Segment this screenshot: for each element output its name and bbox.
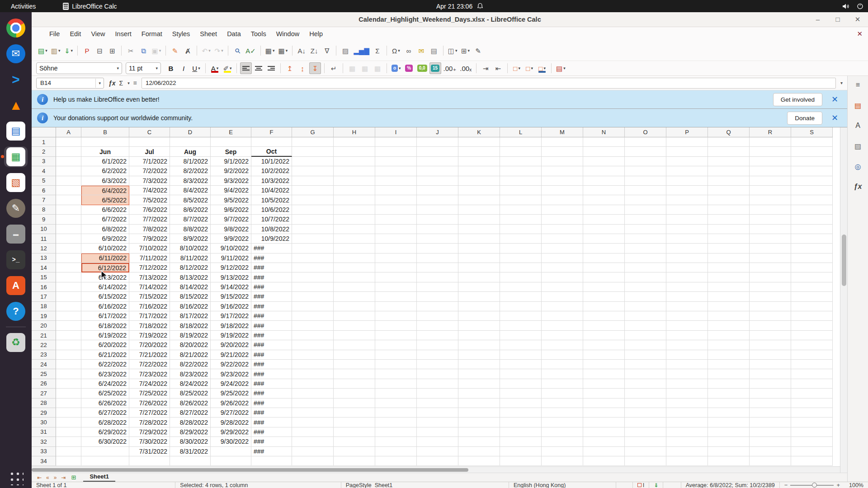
cell-C27[interactable]: 7/25/2022 — [129, 389, 170, 398]
cell-L1[interactable] — [500, 137, 542, 147]
cell-M32[interactable] — [542, 437, 583, 446]
cell-J7[interactable] — [417, 195, 458, 205]
cell-H10[interactable] — [334, 225, 375, 234]
cell-R10[interactable] — [750, 225, 791, 234]
cell-A33[interactable] — [56, 447, 81, 456]
menu-view[interactable]: View — [86, 28, 110, 39]
cell-O8[interactable] — [625, 205, 666, 215]
cell-C21[interactable]: 7/19/2022 — [129, 331, 170, 340]
cell-M5[interactable] — [542, 176, 583, 186]
cell-N14[interactable] — [583, 263, 625, 272]
cell-G16[interactable] — [292, 282, 334, 292]
cell-E29[interactable]: 9/27/2022 — [211, 408, 251, 418]
col-header-I[interactable]: I — [375, 127, 417, 137]
cell-Q13[interactable] — [708, 253, 750, 263]
cell-N6[interactable] — [583, 186, 625, 195]
cell-E10[interactable]: 9/8/2022 — [211, 225, 251, 234]
row-header-18[interactable]: 18 — [32, 302, 56, 311]
menu-sheet[interactable]: Sheet — [195, 28, 222, 39]
row-header-24[interactable]: 24 — [32, 360, 56, 369]
headers-footers-icon[interactable]: ▤ — [428, 45, 440, 56]
cell-I5[interactable] — [375, 176, 417, 186]
cell-Q1[interactable] — [708, 137, 750, 147]
cell-R8[interactable] — [750, 205, 791, 215]
cell-R9[interactable] — [750, 215, 791, 224]
border-color-icon[interactable]: □▾ — [536, 62, 548, 74]
cell-N2[interactable] — [583, 147, 625, 156]
cell-S34[interactable] — [791, 456, 833, 466]
menu-data[interactable]: Data — [222, 28, 246, 39]
cell-O20[interactable] — [625, 321, 666, 330]
cell-P11[interactable] — [666, 234, 708, 244]
cell-P6[interactable] — [666, 186, 708, 195]
cell-G7[interactable] — [292, 195, 334, 205]
bold-icon[interactable]: B — [165, 62, 177, 74]
cell-M21[interactable] — [542, 331, 583, 340]
cell-L9[interactable] — [500, 215, 542, 224]
cell-O19[interactable] — [625, 311, 666, 321]
cell-I34[interactable] — [375, 456, 417, 466]
row-header-27[interactable]: 27 — [32, 389, 56, 398]
cell-R4[interactable] — [750, 166, 791, 176]
cell-F1[interactable] — [251, 137, 292, 147]
cell-B1[interactable] — [81, 137, 129, 147]
next-sheet-icon[interactable]: » — [52, 474, 59, 481]
cell-Q16[interactable] — [708, 282, 750, 292]
cell-E12[interactable]: 9/10/2022 — [211, 244, 251, 253]
cell-K10[interactable] — [458, 225, 500, 234]
cell-C6[interactable]: 7/4/2022 — [129, 186, 170, 195]
format-number-icon[interactable]: 0,0 — [416, 62, 429, 74]
cell-F31[interactable]: ### — [251, 427, 292, 437]
cell-J19[interactable] — [417, 311, 458, 321]
zoom-level[interactable]: 100% — [844, 482, 868, 488]
cell-D3[interactable]: 8/1/2022 — [170, 157, 211, 166]
cell-G13[interactable] — [292, 253, 334, 263]
cell-F20[interactable]: ### — [251, 321, 292, 330]
cell-R19[interactable] — [750, 311, 791, 321]
cell-S28[interactable] — [791, 399, 833, 408]
new-document-icon[interactable]: ▤▾ — [37, 45, 49, 56]
cell-J25[interactable] — [417, 369, 458, 379]
cell-E24[interactable]: 9/22/2022 — [211, 360, 251, 369]
cell-P16[interactable] — [666, 282, 708, 292]
cell-R15[interactable] — [750, 272, 791, 282]
cell-O17[interactable] — [625, 292, 666, 301]
cell-E26[interactable]: 9/24/2022 — [211, 379, 251, 389]
insert-row-icon[interactable]: ▦▾ — [264, 45, 276, 56]
cell-H20[interactable] — [334, 321, 375, 330]
cell-D18[interactable]: 8/16/2022 — [170, 302, 211, 311]
col-header-A[interactable]: A — [56, 127, 81, 137]
cell-P17[interactable] — [666, 292, 708, 301]
cell-K32[interactable] — [458, 437, 500, 446]
cell-E4[interactable]: 9/2/2022 — [211, 166, 251, 176]
cell-E20[interactable]: 9/18/2022 — [211, 321, 251, 330]
cell-E2[interactable]: Sep — [211, 147, 251, 156]
col-header-D[interactable]: D — [170, 127, 211, 137]
cell-L21[interactable] — [500, 331, 542, 340]
border-style-icon[interactable]: □▾ — [524, 62, 535, 74]
cell-B13[interactable]: 6/11/2022 — [81, 253, 129, 263]
cell-S22[interactable] — [791, 340, 833, 350]
split-window-icon[interactable]: ⊞▾ — [460, 45, 472, 56]
cell-B29[interactable]: 6/27/2022 — [81, 408, 129, 418]
row-header-6[interactable]: 6 — [32, 186, 56, 195]
cell-J27[interactable] — [417, 389, 458, 398]
name-box[interactable]: B14 ▾ — [36, 78, 104, 89]
cell-R14[interactable] — [750, 263, 791, 272]
cell-N28[interactable] — [583, 399, 625, 408]
cell-E11[interactable]: 9/9/2022 — [211, 234, 251, 244]
cell-F25[interactable]: ### — [251, 369, 292, 379]
cell-M17[interactable] — [542, 292, 583, 301]
autofilter-icon[interactable]: ∇ — [321, 45, 333, 56]
row-header-9[interactable]: 9 — [32, 215, 56, 224]
cell-H1[interactable] — [334, 137, 375, 147]
cell-Q33[interactable] — [708, 447, 750, 456]
col-header-Q[interactable]: Q — [708, 127, 750, 137]
cell-F26[interactable]: ### — [251, 379, 292, 389]
cell-F19[interactable]: ### — [251, 311, 292, 321]
zoom-slider-track[interactable] — [790, 485, 834, 486]
row-header-22[interactable]: 22 — [32, 340, 56, 350]
cell-L11[interactable] — [500, 234, 542, 244]
cell-I7[interactable] — [375, 195, 417, 205]
cell-L19[interactable] — [500, 311, 542, 321]
